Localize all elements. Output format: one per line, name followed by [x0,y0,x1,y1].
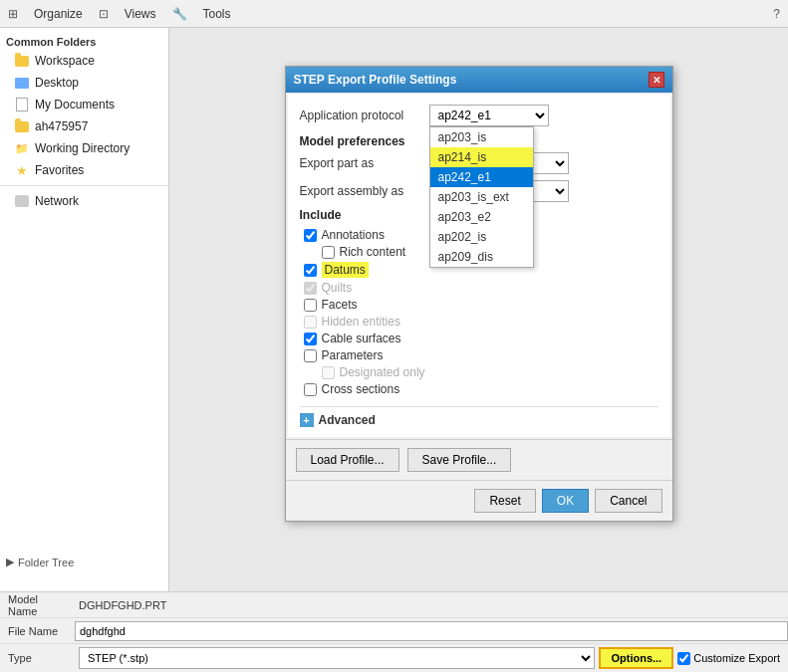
facets-checkbox[interactable] [304,299,317,312]
sidebar-item-workspace[interactable]: Workspace [0,50,168,72]
file-name-input[interactable] [75,621,788,641]
rich-content-label: Rich content [340,245,406,259]
export-assembly-as-label: Export assembly as [300,184,429,198]
annotations-label: Annotations [322,228,385,242]
app-protocol-label: Application protocol [300,109,429,122]
advanced-plus-icon: + [300,413,314,427]
parameters-row: Parameters [300,348,658,362]
bottom-bar: Model Name DGHDFGHD.PRT File Name Type S… [0,591,788,672]
dialog-titlebar: STEP Export Profile Settings ✕ [286,67,672,93]
quilts-row: Quilts [300,281,658,295]
advanced-row[interactable]: + Advanced [300,406,658,427]
file-name-row: File Name [0,618,788,644]
ok-button[interactable]: OK [542,489,589,513]
load-profile-button[interactable]: Load Profile... [296,448,399,472]
sidebar-item-mydocs-label: My Documents [35,98,115,112]
sidebar-item-working-dir-label: Working Directory [35,141,130,155]
tools-button[interactable]: Tools [199,5,235,23]
workspace-icon [14,53,30,69]
cross-sections-label: Cross sections [322,382,400,396]
app-protocol-row: Application protocol ap242_e1 ap203_is a… [300,105,658,126]
step-export-dialog: STEP Export Profile Settings ✕ Applicati… [285,66,673,522]
type-row: Type STEP (*.stp) Options... Customize E… [0,644,788,672]
dialog-title: STEP Export Profile Settings [294,73,457,87]
organize-button[interactable]: Organize [30,5,87,23]
dropdown-ap242-e1[interactable]: ap242_e1 [430,167,533,187]
sidebar-item-workspace-label: Workspace [35,54,95,68]
model-name-row: Model Name DGHDFGHD.PRT [0,592,788,618]
sidebar-item-ah475957[interactable]: ah475957 [0,115,168,137]
rich-content-checkbox[interactable] [322,246,335,259]
customize-export-label: Customize Export [693,652,780,664]
dropdown-ap202-is[interactable]: ap202_is [430,227,533,247]
sidebar-item-desktop-label: Desktop [35,76,79,90]
cable-surfaces-label: Cable surfaces [322,332,401,345]
file-name-label: File Name [0,625,75,637]
sidebar-item-desktop[interactable]: Desktop [0,72,168,94]
designated-only-checkbox[interactable] [322,366,335,379]
customize-export-row: Customize Export [677,652,780,665]
desktop-icon [14,75,30,91]
help-icon[interactable]: ? [773,7,780,21]
model-name-value: DGHDFGHD.PRT [75,599,788,611]
my-documents-icon [14,97,30,112]
ah475957-icon [14,118,30,134]
facets-row: Facets [300,298,658,312]
datums-checkbox[interactable] [304,264,317,277]
sidebar-item-working-directory[interactable]: 📁 Working Directory [0,137,168,159]
cable-surfaces-row: Cable surfaces [300,332,658,345]
sidebar: Common Folders Workspace Desktop My Docu… [0,28,169,672]
datums-label: Datums [322,262,369,278]
folder-tree-section[interactable]: ▶ Folder Tree [0,552,169,572]
type-select[interactable]: STEP (*.stp) [79,647,595,669]
sidebar-item-favorites[interactable]: ★ Favorites [0,159,168,181]
save-profile-button[interactable]: Save Profile... [407,448,512,472]
dropdown-ap214-is[interactable]: ap214_is [430,147,533,167]
dropdown-ap209-dis[interactable]: ap209_dis [430,247,533,267]
views-button[interactable]: Views [121,5,160,23]
cross-sections-checkbox[interactable] [304,383,317,396]
hidden-entities-row: Hidden entities [300,315,658,329]
cable-surfaces-checkbox[interactable] [304,333,317,345]
favorites-icon: ★ [14,162,30,178]
parameters-checkbox[interactable] [304,349,317,362]
customize-export-checkbox[interactable] [677,652,690,665]
app-protocol-dropdown: ap203_is ap214_is ap242_e1 ap203_is_ext … [429,126,534,268]
facets-label: Facets [322,298,358,312]
annotations-checkbox[interactable] [304,229,317,242]
dropdown-ap203-is-ext[interactable]: ap203_is_ext [430,187,533,207]
reset-button[interactable]: Reset [474,489,535,513]
hidden-entities-label: Hidden entities [322,315,400,329]
dialog-close-button[interactable]: ✕ [649,72,664,88]
dialog-footer: Reset OK Cancel [286,480,672,521]
folder-tree-arrow: ▶ [6,556,14,568]
views-icon: ⊡ [99,7,109,21]
working-directory-icon: 📁 [14,140,30,156]
sidebar-item-network[interactable]: Network [0,190,168,212]
cancel-button[interactable]: Cancel [595,489,661,513]
common-folders-header: Common Folders [0,32,168,50]
export-part-as-label: Export part as [300,156,429,170]
sidebar-item-ah475957-label: ah475957 [35,119,88,133]
quilts-checkbox[interactable] [304,282,317,295]
dropdown-ap203-is[interactable]: ap203_is [430,127,533,147]
dialog-content: Application protocol ap242_e1 ap203_is a… [288,95,670,437]
folder-tree-label: Folder Tree [18,557,74,568]
dialog-overlay: STEP Export Profile Settings ✕ Applicati… [169,56,788,592]
sidebar-item-my-documents[interactable]: My Documents [0,94,168,115]
options-button[interactable]: Options... [599,647,673,669]
app-protocol-select[interactable]: ap242_e1 [429,105,549,126]
quilts-label: Quilts [322,281,353,295]
organize-icon: ⊞ [8,7,18,21]
type-label: Type [0,652,75,664]
advanced-label: Advanced [319,413,376,427]
designated-only-label: Designated only [340,365,425,379]
parameters-label: Parameters [322,348,384,362]
toolbar: ⊞ Organize ⊡ Views 🔧 Tools ? [0,0,788,28]
designated-only-row: Designated only [300,365,658,379]
dropdown-ap203-e2[interactable]: ap203_e2 [430,207,533,227]
sidebar-item-network-label: Network [35,194,79,208]
sidebar-item-favorites-label: Favorites [35,163,84,177]
tools-icon: 🔧 [172,7,187,21]
hidden-entities-checkbox[interactable] [304,316,317,329]
